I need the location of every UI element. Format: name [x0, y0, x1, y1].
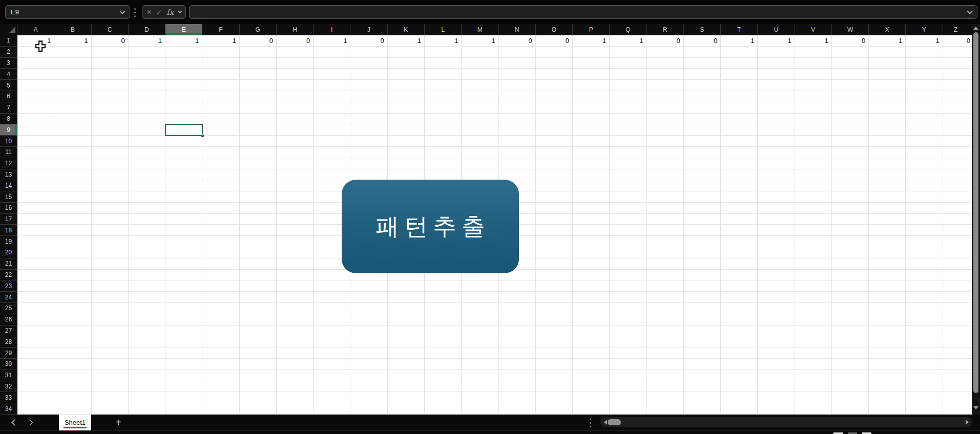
cell-U13[interactable]	[758, 169, 795, 181]
cell-S23[interactable]	[684, 280, 721, 292]
cell-V10[interactable]	[795, 136, 832, 147]
triangle-up-icon[interactable]	[973, 27, 978, 30]
cell-N9[interactable]	[499, 124, 536, 136]
cell-K1[interactable]: 1	[388, 35, 425, 47]
cell-F1[interactable]: 1	[202, 35, 239, 47]
cell-F6[interactable]	[202, 91, 239, 102]
cell-A7[interactable]	[17, 102, 54, 114]
row-header-11[interactable]: 11	[0, 147, 17, 158]
cell-I6[interactable]	[314, 91, 350, 102]
triangle-left-icon[interactable]	[604, 420, 607, 425]
cell-V32[interactable]	[795, 381, 832, 393]
cell-Y4[interactable]	[906, 69, 943, 80]
cell-K32[interactable]	[388, 381, 425, 393]
cell-B3[interactable]	[54, 58, 91, 69]
cell-F24[interactable]	[202, 292, 239, 303]
cell-S9[interactable]	[684, 124, 721, 136]
cell-W29[interactable]	[832, 348, 869, 359]
cell-W31[interactable]	[832, 370, 869, 381]
cell-O17[interactable]	[536, 214, 573, 225]
cell-U16[interactable]	[758, 203, 795, 214]
cell-B12[interactable]	[54, 158, 91, 169]
cell-G17[interactable]	[240, 214, 277, 225]
cell-X18[interactable]	[869, 225, 906, 236]
cell-F11[interactable]	[202, 147, 239, 158]
cell-F14[interactable]	[202, 180, 239, 191]
cell-P23[interactable]	[573, 280, 610, 292]
cell-X1[interactable]: 1	[869, 35, 906, 47]
expand-formula-bar-icon[interactable]	[967, 8, 972, 14]
cell-W20[interactable]	[832, 247, 869, 258]
cell-T2[interactable]	[721, 47, 758, 58]
cell-X21[interactable]	[869, 258, 906, 270]
cell-Q14[interactable]	[610, 180, 647, 191]
cell-X4[interactable]	[869, 69, 906, 80]
cell-T25[interactable]	[721, 303, 758, 314]
cell-O7[interactable]	[536, 102, 573, 114]
cell-H18[interactable]	[277, 225, 314, 236]
cell-L9[interactable]	[425, 124, 462, 136]
cell-E22[interactable]	[165, 270, 202, 281]
cell-A8[interactable]	[17, 114, 54, 125]
cell-W25[interactable]	[832, 303, 869, 314]
row-header-18[interactable]: 18	[0, 225, 17, 236]
cell-Y19[interactable]	[906, 236, 943, 247]
cell-A27[interactable]	[17, 326, 54, 337]
cell-M34[interactable]	[462, 403, 498, 415]
cell-J1[interactable]: 0	[350, 35, 387, 47]
cell-L29[interactable]	[425, 348, 462, 359]
cell-H16[interactable]	[277, 203, 314, 214]
cell-M13[interactable]	[462, 169, 498, 181]
cell-P22[interactable]	[573, 270, 610, 281]
cell-Y27[interactable]	[906, 326, 943, 337]
row-header-14[interactable]: 14	[0, 180, 17, 191]
cell-Y16[interactable]	[906, 203, 943, 214]
cell-G11[interactable]	[240, 147, 277, 158]
column-header-J[interactable]: J	[350, 24, 387, 35]
cell-R3[interactable]	[647, 58, 684, 69]
cell-D20[interactable]	[129, 247, 165, 258]
cell-K3[interactable]	[388, 58, 425, 69]
cell-U25[interactable]	[758, 303, 795, 314]
cell-B9[interactable]	[54, 124, 91, 136]
row-header-27[interactable]: 27	[0, 326, 17, 337]
cell-T9[interactable]	[721, 124, 758, 136]
cell-K8[interactable]	[388, 114, 425, 125]
cell-Y15[interactable]	[906, 191, 943, 203]
cell-A25[interactable]	[17, 303, 54, 314]
cell-F5[interactable]	[202, 80, 239, 91]
cell-B25[interactable]	[54, 303, 91, 314]
column-header-M[interactable]: M	[462, 24, 498, 35]
cell-B29[interactable]	[54, 348, 91, 359]
cell-J34[interactable]	[350, 403, 387, 415]
cell-N5[interactable]	[499, 80, 536, 91]
cell-S18[interactable]	[684, 225, 721, 236]
cell-G34[interactable]	[240, 403, 277, 415]
cell-P31[interactable]	[573, 370, 610, 381]
cell-N10[interactable]	[499, 136, 536, 147]
cell-G16[interactable]	[240, 203, 277, 214]
cell-V34[interactable]	[795, 403, 832, 415]
cell-H32[interactable]	[277, 381, 314, 393]
cell-S12[interactable]	[684, 158, 721, 169]
column-header-V[interactable]: V	[795, 24, 832, 35]
cell-S8[interactable]	[684, 114, 721, 125]
cell-I24[interactable]	[314, 292, 350, 303]
cell-T5[interactable]	[721, 80, 758, 91]
cell-D19[interactable]	[129, 236, 165, 247]
cell-B1[interactable]: 1	[54, 35, 91, 47]
cell-H26[interactable]	[277, 314, 314, 326]
cell-O6[interactable]	[536, 91, 573, 102]
cell-F4[interactable]	[202, 69, 239, 80]
cell-M12[interactable]	[462, 158, 498, 169]
cell-W4[interactable]	[832, 69, 869, 80]
cell-Q4[interactable]	[610, 69, 647, 80]
cell-X24[interactable]	[869, 292, 906, 303]
cell-R6[interactable]	[647, 91, 684, 102]
cell-T26[interactable]	[721, 314, 758, 326]
cell-U8[interactable]	[758, 114, 795, 125]
cell-B27[interactable]	[54, 326, 91, 337]
cell-L8[interactable]	[425, 114, 462, 125]
cell-E27[interactable]	[165, 326, 202, 337]
column-header-O[interactable]: O	[536, 24, 573, 35]
